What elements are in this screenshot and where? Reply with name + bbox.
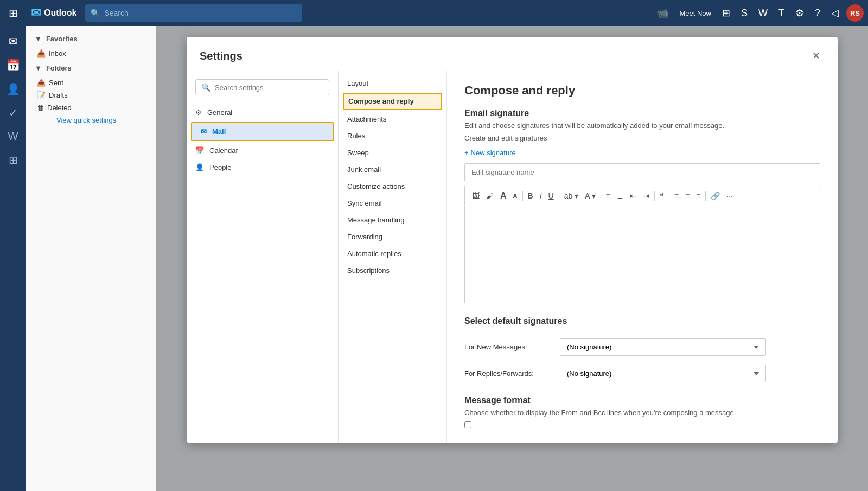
for-new-messages-label: For New Messages: <box>464 343 551 351</box>
content-nav-compose[interactable]: Compose and reply <box>343 93 442 110</box>
for-new-messages-select[interactable]: (No signature) <box>560 338 766 356</box>
content-nav-layout[interactable]: Layout <box>339 75 446 92</box>
content-nav-message-handling[interactable]: Message handling <box>339 212 446 228</box>
outlook-icon: ✉ <box>31 6 41 20</box>
view-quick-settings-link[interactable]: View quick settings <box>26 114 156 126</box>
settings-search-icon: 🔍 <box>201 83 210 92</box>
settings-nav-general[interactable]: ⚙ General <box>187 104 338 121</box>
calendar-icon: 📅 <box>195 146 204 155</box>
search-input[interactable] <box>104 9 297 17</box>
content-nav-subscriptions[interactable]: Subscriptions <box>339 262 446 279</box>
sidebar-item-sent[interactable]: 📤 Sent <box>26 76 156 89</box>
settings-icon[interactable]: ⚙ <box>792 5 807 21</box>
toolbar-increase-indent[interactable]: ⇥ <box>640 190 652 202</box>
toolbar-font-size-small[interactable]: A <box>510 191 520 201</box>
settings-nav-people[interactable]: 👤 People <box>187 159 338 176</box>
icon-bar-mail[interactable]: ✉ <box>0 30 26 52</box>
icon-bar-calendar[interactable]: 📅 <box>0 54 26 76</box>
create-edit-label: Create and edit signatures <box>464 134 820 142</box>
settings-detail: Compose and reply Email signature Edit a… <box>447 71 838 443</box>
sidebar-favorites[interactable]: ▼ Favorites <box>26 30 156 47</box>
search-box[interactable]: 🔍 <box>85 4 302 22</box>
app-grid-icon[interactable]: ⊞ <box>4 4 22 22</box>
msg-format-checkbox[interactable] <box>464 421 471 428</box>
word-icon[interactable]: W <box>755 5 771 21</box>
toolbar-align-left[interactable]: ≡ <box>672 190 681 202</box>
icon-bar: ✉ 📅 👤 ✓ W ⊞ <box>0 26 26 491</box>
icon-bar-apps[interactable]: ⊞ <box>0 149 26 171</box>
toolbar-bullets[interactable]: ≡ <box>603 190 613 202</box>
toolbar-font-color[interactable]: A ▾ <box>582 190 598 202</box>
toolbar-sep-5 <box>669 191 669 201</box>
detail-title: Compose and reply <box>464 84 820 98</box>
sig-body-textarea[interactable] <box>465 206 820 292</box>
sidebar-item-drafts[interactable]: 📝 Drafts <box>26 89 156 101</box>
toolbar-font-size-large[interactable]: A <box>497 189 509 202</box>
email-sig-desc: Edit and choose signatures that will be … <box>464 122 820 130</box>
meet-now-label[interactable]: Meet Now <box>676 7 714 20</box>
drafts-icon: 📝 <box>37 91 46 99</box>
people-icon: 👤 <box>195 163 204 171</box>
settings-close-button[interactable]: ✕ <box>808 48 825 64</box>
sidebar-folders[interactable]: ▼ Folders <box>26 60 156 76</box>
content-nav-sweep[interactable]: Sweep <box>339 144 446 161</box>
video-icon[interactable]: 📹 <box>653 5 672 21</box>
toolbar-highlight[interactable]: ab ▾ <box>561 190 581 202</box>
sidebar-item-deleted[interactable]: 🗑 Deleted <box>26 101 156 114</box>
toolbar-italic[interactable]: I <box>537 190 545 202</box>
toolbar-underline[interactable]: U <box>546 190 557 202</box>
inbox-icon: 📥 <box>37 49 46 58</box>
for-replies-select[interactable]: (No signature) <box>560 365 766 382</box>
default-sig-section: Select default signatures For New Messag… <box>464 316 820 382</box>
new-signature-label: New signature <box>471 149 516 157</box>
new-signature-button[interactable]: + New signature <box>464 149 820 157</box>
toolbar-quote[interactable]: ❝ <box>657 190 667 202</box>
toolbar-sep-3 <box>601 191 601 201</box>
settings-search-box[interactable]: 🔍 <box>195 79 329 95</box>
icon-bar-people[interactable]: 👤 <box>0 78 26 100</box>
avatar[interactable]: RS <box>846 4 864 22</box>
feedback-icon[interactable]: ◁ <box>828 5 842 21</box>
skype-icon[interactable]: S <box>738 5 751 21</box>
icon-bar-tasks[interactable]: ✓ <box>0 102 26 124</box>
toolbar-format-painter[interactable]: 🖌 <box>483 190 496 202</box>
sig-name-input[interactable] <box>464 163 820 181</box>
settings-nav-calendar[interactable]: 📅 Calendar <box>187 142 338 159</box>
icon-bar-word[interactable]: W <box>0 126 26 147</box>
toolbar-decrease-indent[interactable]: ⇤ <box>627 190 639 202</box>
content-nav-junk[interactable]: Junk email <box>339 161 446 178</box>
content-nav-rules[interactable]: Rules <box>339 127 446 144</box>
email-signature-section: Email signature Edit and choose signatur… <box>464 109 820 303</box>
email-sig-title: Email signature <box>464 109 820 118</box>
toolbar-more[interactable]: ··· <box>724 190 736 202</box>
content-nav-customize[interactable]: Customize actions <box>339 178 446 195</box>
toolbar-align-right[interactable]: ≡ <box>693 190 703 202</box>
chevron-down-icon-2: ▼ <box>35 64 42 72</box>
toolbar-sep-6 <box>705 191 706 201</box>
topbar: ⊞ ✉ Outlook 🔍 📹 Meet Now ⊞ S W T ⚙ ? ◁ R… <box>0 0 868 26</box>
sidebar: ▼ Favorites 📥 Inbox ▼ Folders 📤 Sent 📝 D… <box>26 26 156 491</box>
toolbar-image[interactable]: 🖼 <box>469 190 482 202</box>
content-nav-forwarding[interactable]: Forwarding <box>339 228 446 245</box>
content-nav-attachments[interactable]: Attachments <box>339 111 446 127</box>
toolbar-bold[interactable]: B <box>525 190 536 202</box>
toolbar-link[interactable]: 🔗 <box>708 190 723 202</box>
sidebar-item-inbox[interactable]: 📥 Inbox <box>26 47 156 60</box>
mail-icon: ✉ <box>201 127 207 136</box>
apps-icon[interactable]: ⊞ <box>719 5 733 21</box>
general-icon: ⚙ <box>195 109 202 117</box>
plus-icon: + <box>464 149 469 157</box>
translate-icon[interactable]: T <box>775 5 788 21</box>
content-nav-auto-replies[interactable]: Automatic replies <box>339 245 446 262</box>
sent-icon: 📤 <box>37 79 46 87</box>
sig-editor <box>464 206 820 303</box>
settings-nav-mail[interactable]: ✉ Mail <box>191 122 334 141</box>
content-nav-sync[interactable]: Sync email <box>339 195 446 212</box>
app-layout: ✉ 📅 👤 ✓ W ⊞ ▼ Favorites 📥 Inbox ▼ Folder… <box>0 26 868 491</box>
settings-body: 🔍 ⚙ General ✉ Mail 📅 <box>187 71 838 443</box>
for-replies-label: For Replies/Forwards: <box>464 369 551 378</box>
toolbar-numbers[interactable]: ≣ <box>614 190 626 202</box>
toolbar-align-center[interactable]: ≡ <box>682 190 692 202</box>
settings-search-input[interactable] <box>215 84 323 92</box>
help-icon[interactable]: ? <box>812 5 824 21</box>
